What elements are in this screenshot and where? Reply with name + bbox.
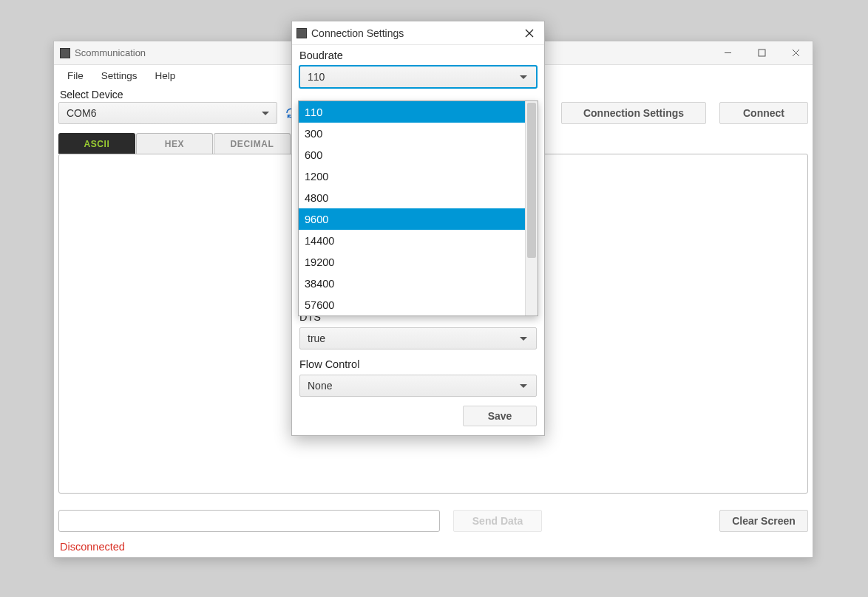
baudrate-dropdown[interactable]: 1103006001200480096001440019200384005760… [298, 100, 538, 316]
device-value: COM6 [67, 107, 96, 119]
baudrate-combobox[interactable]: 110 [299, 66, 537, 88]
flow-control-combobox[interactable]: None [299, 375, 537, 397]
baudrate-option[interactable]: 300 [299, 123, 525, 144]
clear-screen-label: Clear Screen [732, 515, 796, 527]
send-data-button[interactable]: Send Data [453, 510, 542, 532]
connection-settings-label: Connection Settings [583, 107, 684, 119]
scrollbar-thumb[interactable] [527, 103, 536, 258]
baudrate-option[interactable]: 19200 [299, 251, 525, 273]
baudrate-value: 110 [308, 71, 325, 83]
connection-settings-button[interactable]: Connection Settings [561, 102, 706, 124]
connect-button[interactable]: Connect [719, 102, 808, 124]
dts-value: true [308, 332, 325, 344]
maximize-button[interactable] [745, 41, 779, 65]
send-input[interactable] [58, 510, 440, 532]
dialog-close-button[interactable] [515, 21, 544, 45]
baudrate-option[interactable]: 57600 [299, 294, 525, 315]
connect-label: Connect [743, 107, 784, 119]
flow-control-label: Flow Control [299, 358, 537, 370]
close-button[interactable] [779, 41, 813, 65]
baudrate-option[interactable]: 600 [299, 144, 525, 166]
menu-settings[interactable]: Settings [101, 70, 138, 81]
save-button[interactable]: Save [463, 406, 537, 426]
dialog-title: Connection Settings [311, 27, 515, 39]
baudrate-option[interactable]: 1200 [299, 166, 525, 187]
baudrate-option[interactable]: 110 [299, 101, 525, 123]
device-combobox[interactable]: COM6 [58, 102, 277, 124]
tab-ascii[interactable]: ASCII [58, 133, 135, 154]
baudrate-option[interactable]: 9600 [299, 208, 525, 230]
flow-control-value: None [308, 380, 332, 392]
minimize-button[interactable] [711, 41, 745, 65]
baudrate-option[interactable]: 38400 [299, 273, 525, 294]
dialog-icon [296, 28, 307, 38]
baudrate-label: Boudrate [299, 50, 537, 61]
status-text: Disconnected [58, 541, 808, 553]
tab-hex[interactable]: HEX [136, 133, 213, 154]
menu-file[interactable]: File [67, 70, 84, 81]
svg-rect-1 [759, 50, 765, 56]
app-icon [60, 48, 70, 58]
dropdown-scrollbar[interactable] [525, 101, 538, 315]
clear-screen-button[interactable]: Clear Screen [719, 510, 808, 532]
save-label: Save [488, 410, 512, 422]
dialog-title-bar: Connection Settings [292, 21, 544, 45]
baudrate-option[interactable]: 4800 [299, 187, 525, 208]
dts-combobox[interactable]: true [299, 327, 537, 349]
tab-decimal[interactable]: DECIMAL [214, 133, 291, 154]
menu-help[interactable]: Help [155, 70, 176, 81]
baudrate-option[interactable]: 14400 [299, 230, 525, 251]
send-data-label: Send Data [472, 515, 523, 527]
